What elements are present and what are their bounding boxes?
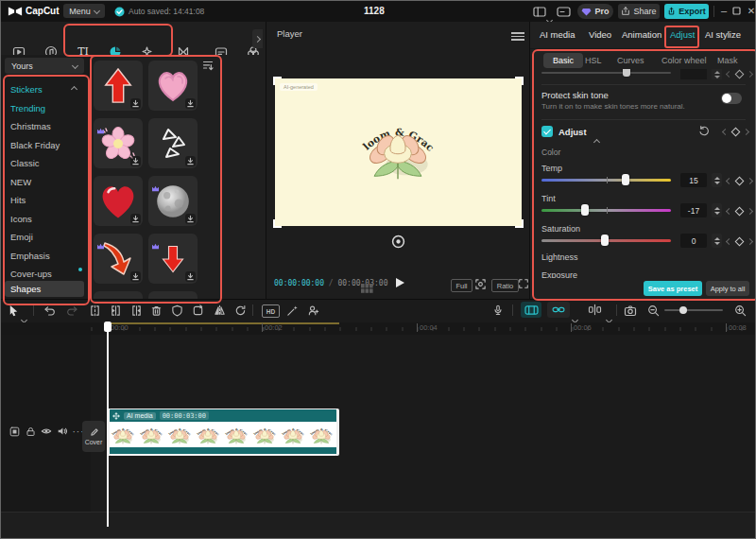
layout-icon[interactable] bbox=[533, 7, 546, 17]
sidebar-item-black-friday[interactable]: Black Friday bbox=[5, 136, 84, 153]
playhead-handle[interactable] bbox=[104, 322, 112, 332]
sticker-tile[interactable] bbox=[94, 61, 143, 111]
sidebar-item-hits[interactable]: Hits bbox=[5, 192, 84, 209]
sidebar-item-trending[interactable]: Trending bbox=[5, 99, 84, 116]
sidebar-group-stickers[interactable]: Stickers bbox=[5, 80, 84, 97]
focus-icon[interactable] bbox=[474, 278, 487, 290]
subtab-curves[interactable]: Curves bbox=[617, 56, 644, 65]
lock-track-icon[interactable] bbox=[25, 426, 36, 437]
corner-handle[interactable] bbox=[273, 219, 282, 228]
tint-slider[interactable] bbox=[541, 209, 671, 212]
tint-keyframe[interactable] bbox=[727, 208, 752, 215]
sidebar-item-emoji[interactable]: Emoji bbox=[5, 229, 84, 246]
download-icon[interactable] bbox=[130, 98, 141, 109]
saturation-stepper[interactable] bbox=[712, 234, 722, 248]
reset-icon[interactable] bbox=[698, 125, 710, 136]
play-button[interactable] bbox=[396, 278, 404, 287]
split-left-icon[interactable] bbox=[108, 303, 123, 318]
corner-handle[interactable] bbox=[515, 219, 524, 228]
subtab-basic[interactable]: Basic bbox=[543, 53, 583, 68]
apply-all-button[interactable]: Apply to all bbox=[706, 281, 749, 296]
download-icon[interactable] bbox=[185, 156, 196, 166]
undo-icon[interactable] bbox=[42, 303, 57, 318]
corner-handle[interactable] bbox=[515, 77, 524, 85]
clip-trim-handle-right[interactable] bbox=[336, 409, 339, 456]
tab-adjust[interactable]: Adjust bbox=[670, 29, 695, 40]
keyframe-diamond-icon[interactable] bbox=[731, 128, 741, 137]
download-icon[interactable] bbox=[185, 98, 196, 109]
export-button[interactable]: Export bbox=[664, 4, 709, 19]
auto-ripple-icon[interactable] bbox=[521, 302, 541, 318]
rotate-handle-icon[interactable] bbox=[390, 234, 405, 249]
temp-slider[interactable] bbox=[541, 179, 671, 182]
snapshot-icon[interactable] bbox=[623, 303, 638, 318]
saturation-keyframe[interactable] bbox=[727, 238, 752, 245]
tab-ai-media[interactable]: AI media bbox=[540, 29, 576, 40]
select-tool-icon[interactable] bbox=[6, 303, 21, 318]
temp-value[interactable]: 15 bbox=[680, 173, 707, 187]
tint-stepper[interactable] bbox=[712, 203, 722, 217]
source-select[interactable]: Yours bbox=[5, 58, 84, 74]
sticker-tile[interactable] bbox=[94, 118, 143, 168]
zoom-out-icon[interactable] bbox=[645, 303, 661, 318]
maximize-button[interactable] bbox=[732, 7, 741, 15]
download-icon[interactable] bbox=[130, 156, 141, 166]
saturation-value[interactable]: 0 bbox=[680, 234, 707, 248]
sticker-tile[interactable] bbox=[148, 118, 198, 168]
record-voiceover-icon[interactable] bbox=[490, 303, 506, 318]
sticker-tile[interactable] bbox=[94, 291, 143, 299]
redo-icon[interactable] bbox=[64, 303, 79, 318]
download-icon[interactable] bbox=[130, 271, 141, 282]
temp-stepper[interactable] bbox=[712, 173, 722, 187]
minimize-button[interactable]: – bbox=[718, 5, 730, 16]
subtab-color-wheel[interactable]: Color wheel bbox=[662, 56, 707, 65]
next-keyframe-icon[interactable] bbox=[743, 129, 749, 135]
delete-icon[interactable] bbox=[148, 303, 163, 318]
prev-keyframe-icon[interactable] bbox=[722, 129, 729, 135]
corner-handle[interactable] bbox=[273, 77, 282, 85]
toolbar-expand-chevron[interactable] bbox=[252, 29, 263, 48]
rotate-icon[interactable] bbox=[232, 303, 248, 318]
tint-value[interactable]: -17 bbox=[680, 203, 707, 217]
sidebar-item-emphasis[interactable]: Emphasis bbox=[5, 247, 84, 264]
subtab-mask[interactable]: Mask bbox=[717, 56, 738, 65]
timeline-zoom-slider[interactable] bbox=[664, 309, 723, 311]
crop-icon[interactable] bbox=[190, 303, 205, 318]
timeline-clip[interactable]: AI media 00:00:03:00 bbox=[108, 409, 338, 456]
cover-button[interactable]: Cover bbox=[82, 421, 105, 452]
sidebar-item-icons[interactable]: Icons bbox=[5, 210, 84, 227]
add-person-icon[interactable] bbox=[305, 303, 320, 318]
full-button[interactable]: Full bbox=[451, 279, 472, 292]
magic-wand-icon[interactable] bbox=[284, 303, 300, 318]
link-clips-icon[interactable] bbox=[547, 302, 570, 318]
sticker-tile[interactable] bbox=[148, 291, 198, 299]
sort-filter-icon[interactable] bbox=[201, 59, 215, 72]
share-button[interactable]: Share bbox=[618, 4, 660, 19]
save-preset-button[interactable]: Save as preset bbox=[644, 281, 702, 296]
hide-track-icon[interactable] bbox=[41, 426, 52, 437]
adjust-checkbox[interactable] bbox=[541, 126, 553, 137]
empty-track-lane[interactable] bbox=[1, 513, 756, 539]
menu-button[interactable]: Menu bbox=[63, 4, 105, 18]
fullscreen-icon[interactable] bbox=[518, 278, 529, 289]
subtab-hsl[interactable]: HSL bbox=[585, 56, 602, 65]
split-icon[interactable] bbox=[87, 303, 102, 318]
playhead-line[interactable] bbox=[107, 322, 109, 527]
player-menu-icon[interactable] bbox=[511, 30, 524, 43]
sidebar-item-classic[interactable]: Classic bbox=[5, 155, 84, 172]
frame-view-icon[interactable] bbox=[361, 280, 373, 297]
sticker-tile[interactable] bbox=[148, 234, 198, 284]
preview-axis-icon[interactable] bbox=[583, 302, 606, 318]
saturation-slider[interactable] bbox=[541, 239, 671, 242]
sticker-tile[interactable] bbox=[148, 61, 198, 111]
sidebar-item-shapes[interactable]: Shapes bbox=[5, 281, 84, 297]
tab-video[interactable]: Video bbox=[589, 29, 611, 40]
temp-keyframe[interactable] bbox=[727, 178, 752, 184]
download-icon[interactable] bbox=[185, 214, 196, 224]
sidebar-item-christmas[interactable]: Christmas bbox=[5, 118, 84, 135]
sidebar-item-new[interactable]: NEW bbox=[5, 173, 84, 190]
keyframe-controls[interactable] bbox=[723, 129, 748, 135]
mute-track-icon[interactable] bbox=[57, 426, 68, 437]
zoom-in-icon[interactable] bbox=[732, 303, 747, 318]
ratio-button[interactable]: Ratio bbox=[491, 279, 519, 292]
